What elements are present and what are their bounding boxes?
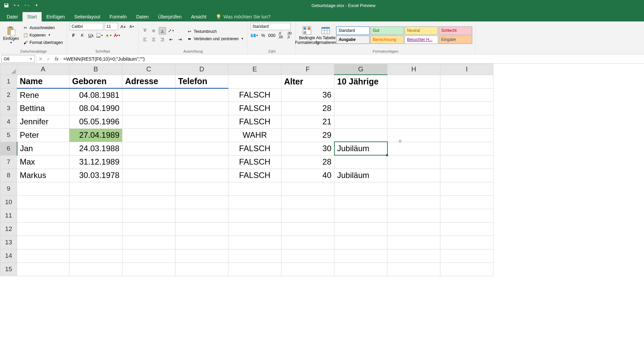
cell-A2[interactable]: Rene: [17, 88, 69, 102]
cell-F10[interactable]: [281, 195, 334, 209]
cell-G2[interactable]: [334, 88, 387, 102]
cell-I10[interactable]: [440, 195, 493, 209]
cell-I11[interactable]: [440, 209, 493, 222]
row-header-9[interactable]: 9: [0, 182, 17, 195]
cell-B5[interactable]: 27.04.1989: [69, 128, 122, 142]
cut-button[interactable]: ✂Ausschneiden: [21, 24, 64, 31]
cell-I14[interactable]: [440, 249, 493, 262]
cell-B10[interactable]: [69, 195, 122, 209]
row-header-14[interactable]: 14: [0, 249, 17, 262]
cell-A12[interactable]: [17, 222, 69, 236]
increase-font-button[interactable]: A▲: [119, 23, 127, 30]
cell-E5[interactable]: WAHR: [228, 128, 281, 142]
name-box[interactable]: G6 ▼: [1, 55, 35, 63]
row-header-3[interactable]: 3: [0, 102, 17, 115]
cell-I15[interactable]: [440, 262, 493, 276]
cell-E8[interactable]: FALSCH: [228, 169, 281, 182]
align-left-button[interactable]: [141, 36, 149, 43]
cell-C1[interactable]: Adresse: [122, 75, 175, 88]
align-middle-button[interactable]: [150, 27, 157, 35]
style-eingabe[interactable]: Eingabe: [439, 36, 472, 44]
style-gut[interactable]: Gut: [370, 26, 404, 35]
cell-F13[interactable]: [281, 236, 334, 249]
font-size-select[interactable]: [105, 23, 118, 30]
cell-H1[interactable]: [387, 75, 440, 88]
cell-G9[interactable]: [334, 182, 387, 195]
tab-formeln[interactable]: Formeln: [105, 12, 131, 21]
save-icon[interactable]: [3, 2, 9, 8]
align-top-button[interactable]: [141, 27, 149, 35]
cell-E10[interactable]: [228, 195, 281, 209]
enter-formula-button[interactable]: ✓: [45, 55, 53, 63]
column-header-D[interactable]: D: [175, 64, 228, 75]
cell-H9[interactable]: [387, 182, 440, 195]
style-neutral[interactable]: Neutral: [405, 26, 438, 35]
cell-E9[interactable]: [228, 182, 281, 195]
cell-I12[interactable]: [440, 222, 493, 236]
font-color-button[interactable]: A▼: [113, 32, 121, 39]
percent-format-button[interactable]: %: [259, 32, 267, 39]
cell-A3[interactable]: Bettina: [17, 102, 69, 115]
tab-datei[interactable]: Datei: [2, 12, 22, 21]
column-header-C[interactable]: C: [122, 64, 175, 75]
cell-I7[interactable]: [440, 155, 493, 169]
cell-E14[interactable]: [228, 249, 281, 262]
row-header-6[interactable]: 6: [0, 142, 17, 155]
cell-G4[interactable]: [334, 115, 387, 128]
style-schlecht[interactable]: Schlecht: [439, 26, 472, 35]
cell-B15[interactable]: [69, 262, 122, 276]
cell-D7[interactable]: [175, 155, 228, 169]
cell-H2[interactable]: [387, 88, 440, 102]
cell-H14[interactable]: [387, 249, 440, 262]
cell-A9[interactable]: [17, 182, 69, 195]
row-header-10[interactable]: 10: [0, 195, 17, 209]
align-center-button[interactable]: [150, 36, 157, 43]
cell-B3[interactable]: 08.04.1990: [69, 102, 122, 115]
row-header-5[interactable]: 5: [0, 128, 17, 142]
cell-E3[interactable]: FALSCH: [228, 102, 281, 115]
cell-A14[interactable]: [17, 249, 69, 262]
cell-D9[interactable]: [175, 182, 228, 195]
row-header-15[interactable]: 15: [0, 262, 17, 276]
cell-A11[interactable]: [17, 209, 69, 222]
cell-C11[interactable]: [122, 209, 175, 222]
cell-D14[interactable]: [175, 249, 228, 262]
cell-I8[interactable]: [440, 169, 493, 182]
tab-ueberpruefen[interactable]: Überprüfen: [153, 12, 186, 21]
row-header-13[interactable]: 13: [0, 236, 17, 249]
cell-B7[interactable]: 31.12.1989: [69, 155, 122, 169]
align-bottom-button[interactable]: [159, 27, 166, 35]
column-header-B[interactable]: B: [69, 64, 122, 75]
cell-E7[interactable]: FALSCH: [228, 155, 281, 169]
cell-C15[interactable]: [122, 262, 175, 276]
cell-H12[interactable]: [387, 222, 440, 236]
cell-H6[interactable]: [387, 142, 440, 155]
cell-E12[interactable]: [228, 222, 281, 236]
column-header-A[interactable]: A: [17, 64, 69, 75]
format-as-table-button[interactable]: Als Tabelle formatieren: [317, 24, 334, 45]
cell-C5[interactable]: [122, 128, 175, 142]
cell-G15[interactable]: [334, 262, 387, 276]
cell-F9[interactable]: [281, 182, 334, 195]
cell-G13[interactable]: [334, 236, 387, 249]
column-header-H[interactable]: H: [387, 64, 440, 75]
cell-G5[interactable]: [334, 128, 387, 142]
cell-H8[interactable]: [387, 169, 440, 182]
increase-indent-button[interactable]: ⇥: [176, 36, 183, 43]
cell-F3[interactable]: 28: [281, 102, 334, 115]
cell-D1[interactable]: Telefon: [175, 75, 228, 88]
cell-B9[interactable]: [69, 182, 122, 195]
tab-einfuegen[interactable]: Einfügen: [42, 12, 69, 21]
cell-F6[interactable]: 30: [281, 142, 334, 155]
column-header-E[interactable]: E: [228, 64, 281, 75]
cell-I4[interactable]: [440, 115, 493, 128]
wrap-text-button[interactable]: ↩Textumbruch: [185, 28, 245, 35]
tab-start[interactable]: Start: [22, 12, 42, 21]
style-ausgabe[interactable]: Ausgabe: [336, 36, 370, 44]
paste-button[interactable]: Einfügen ▼: [3, 25, 19, 45]
cell-E1[interactable]: [228, 75, 281, 88]
cell-A6[interactable]: Jan: [17, 142, 69, 155]
format-painter-button[interactable]: 🖌Format übertragen: [21, 39, 64, 46]
cell-E6[interactable]: FALSCH: [228, 142, 281, 155]
cell-I3[interactable]: [440, 102, 493, 115]
